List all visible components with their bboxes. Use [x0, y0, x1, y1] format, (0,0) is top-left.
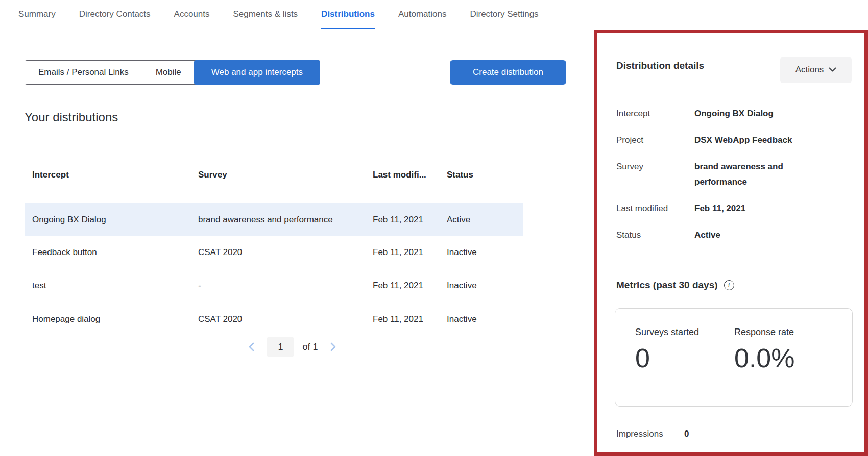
page-title: Your distributions — [25, 110, 118, 124]
tab-directory-contacts[interactable]: Directory Contacts — [79, 0, 151, 29]
cell-status: Inactive — [447, 247, 523, 258]
cell-last-modified: Feb 11, 2021 — [373, 281, 447, 291]
tab-accounts[interactable]: Accounts — [174, 0, 210, 29]
cell-last-modified: Feb 11, 2021 — [373, 215, 447, 225]
cell-intercept: Feedback button — [32, 247, 198, 258]
metric-value: 0 — [635, 343, 734, 373]
table-row[interactable]: Feedback button CSAT 2020 Feb 11, 2021 I… — [25, 236, 523, 269]
field-value: Active — [694, 227, 720, 243]
table-row[interactable]: Homepage dialog CSAT 2020 Feb 11, 2021 I… — [25, 302, 523, 336]
field-value: Ongoing BX Dialog — [694, 106, 774, 121]
field-label: Survey — [616, 159, 694, 190]
metric-label: Response rate — [734, 327, 833, 338]
metric-surveys-started: Surveys started 0 — [635, 327, 734, 406]
tab-directory-settings[interactable]: Directory Settings — [470, 0, 538, 29]
impressions-label: Impressions — [616, 426, 684, 442]
metric-value: 0.0% — [734, 343, 833, 373]
tab-distributions[interactable]: Distributions — [321, 0, 375, 29]
chevron-left-icon — [248, 342, 256, 352]
cell-intercept: test — [32, 281, 198, 291]
metric-response-rate: Response rate 0.0% — [734, 327, 833, 406]
field-status: Status Active — [616, 227, 847, 243]
cell-intercept: Ongoing BX Dialog — [32, 215, 198, 225]
field-label: Intercept — [616, 106, 694, 121]
field-project: Project DSX WebApp Feedback — [616, 133, 847, 148]
create-distribution-button[interactable]: Create distribution — [450, 60, 566, 85]
distributions-table: Intercept Survey Last modifi... Status O… — [25, 162, 523, 336]
field-label: Status — [616, 227, 694, 243]
pagination: 1 of 1 — [43, 337, 542, 357]
cell-survey: CSAT 2020 — [198, 314, 373, 324]
details-panel-title: Distribution details — [616, 60, 704, 71]
field-value: DSX WebApp Feedback — [694, 133, 792, 148]
cell-status: Inactive — [447, 314, 523, 324]
cell-status: Active — [447, 215, 523, 225]
distribution-details-fields: Intercept Ongoing BX Dialog Project DSX … — [616, 106, 847, 254]
directory-distributions-page: Summary Directory Contacts Accounts Segm… — [0, 0, 868, 456]
next-page-button[interactable] — [326, 340, 340, 353]
cell-status: Inactive — [447, 281, 523, 291]
cell-survey: - — [198, 281, 373, 291]
field-last-modified: Last modified Feb 11, 2021 — [616, 201, 847, 216]
cell-survey: brand awareness and performance — [198, 215, 373, 225]
chevron-right-icon — [329, 342, 337, 352]
cell-survey: CSAT 2020 — [198, 247, 373, 258]
impressions-row: Impressions 0 — [616, 426, 689, 442]
cell-last-modified: Feb 11, 2021 — [373, 247, 447, 258]
table-row[interactable]: Ongoing BX Dialog brand awareness and pe… — [25, 203, 523, 236]
cell-last-modified: Feb 11, 2021 — [373, 314, 447, 324]
metrics-heading: Metrics (past 30 days) i — [616, 280, 734, 291]
cell-intercept: Homepage dialog — [32, 314, 198, 324]
top-nav: Summary Directory Contacts Accounts Segm… — [0, 0, 868, 29]
current-page-indicator[interactable]: 1 — [267, 337, 294, 357]
segment-mobile[interactable]: Mobile — [142, 61, 195, 84]
column-header-survey: Survey — [198, 170, 373, 180]
segment-emails-personal-links[interactable]: Emails / Personal Links — [25, 61, 142, 84]
column-header-last-modified: Last modifi... — [373, 170, 447, 180]
table-header-row: Intercept Survey Last modifi... Status — [25, 162, 523, 188]
field-label: Project — [616, 133, 694, 148]
previous-page-button[interactable] — [245, 340, 258, 353]
tab-summary[interactable]: Summary — [18, 0, 56, 29]
table-row[interactable]: test - Feb 11, 2021 Inactive — [25, 269, 523, 302]
segment-web-and-app-intercepts[interactable]: Web and app intercepts — [194, 60, 320, 85]
metric-label: Surveys started — [635, 327, 734, 338]
field-value: Feb 11, 2021 — [694, 201, 745, 216]
field-survey: Survey brand awareness and performance — [616, 159, 847, 190]
field-intercept: Intercept Ongoing BX Dialog — [616, 106, 847, 121]
page-count-label: of 1 — [302, 342, 318, 352]
metrics-heading-label: Metrics (past 30 days) — [616, 280, 718, 291]
tab-segments-lists[interactable]: Segments & lists — [233, 0, 298, 29]
chevron-down-icon — [829, 67, 836, 72]
actions-dropdown-button[interactable]: Actions — [780, 57, 852, 83]
field-label: Last modified — [616, 201, 694, 216]
field-value: brand awareness and performance — [694, 159, 813, 190]
impressions-value: 0 — [684, 426, 689, 442]
info-icon[interactable]: i — [724, 280, 734, 290]
metrics-card: Surveys started 0 Response rate 0.0% — [615, 308, 853, 407]
column-header-status: Status — [447, 170, 523, 180]
column-header-intercept: Intercept — [32, 170, 198, 180]
distribution-type-segmented-control: Emails / Personal Links Mobile Web and a… — [25, 60, 320, 85]
tab-automations[interactable]: Automations — [398, 0, 447, 29]
actions-label: Actions — [795, 65, 824, 75]
